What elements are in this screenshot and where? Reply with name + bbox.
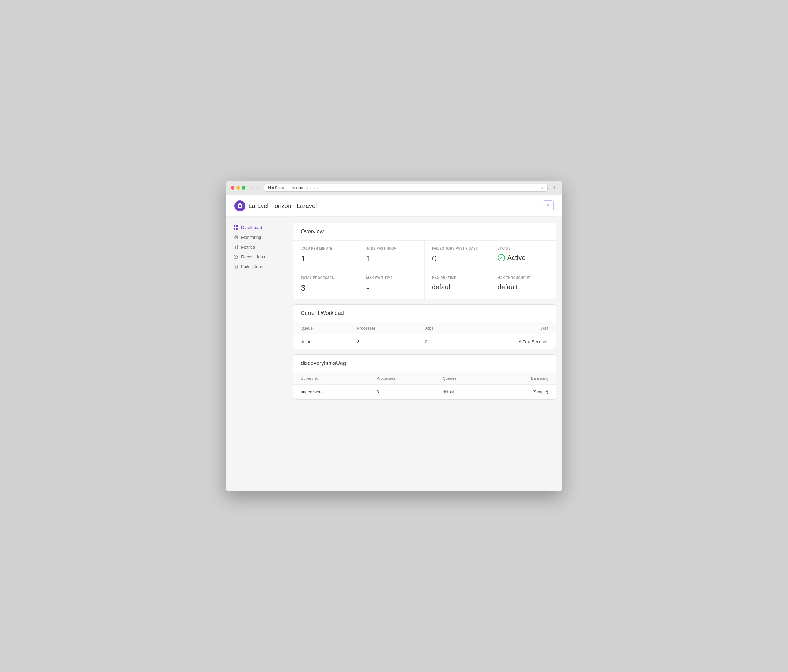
supervisor-header-row: Supervisor Processes Queues Balancing xyxy=(294,372,556,385)
status-label: STATUS xyxy=(497,247,549,250)
supervisor-table-header: Supervisor Processes Queues Balancing xyxy=(294,372,556,385)
row-queue: default xyxy=(294,334,350,349)
col-supervisor: Supervisor xyxy=(294,372,369,385)
failed-jobs-label: FAILED JOBS PAST 7 DAYS xyxy=(432,247,483,250)
col-wait: Wait xyxy=(465,322,556,334)
svg-rect-1 xyxy=(236,225,238,227)
supervisor-table-container: Supervisor Processes Queues Balancing su… xyxy=(294,372,556,399)
app-logo: Laravel Horizon - Laravel xyxy=(234,200,317,211)
total-processes-value: 3 xyxy=(301,283,351,293)
failed-jobs-icon xyxy=(233,264,238,269)
svg-rect-7 xyxy=(235,246,236,249)
row-supervisor: supervisor-1 xyxy=(294,385,369,399)
dashboard-label: Dashboard xyxy=(241,225,262,230)
jobs-past-hour-label: JOBS PAST HOUR xyxy=(367,247,417,250)
sidebar-item-failed-jobs[interactable]: Failed Jobs xyxy=(226,262,287,271)
url-text: Not Secure — horizon-app.test xyxy=(268,186,318,190)
row-wait: A Few Seconds xyxy=(465,334,556,349)
close-button[interactable] xyxy=(231,186,234,190)
row-sup-processes: 3 xyxy=(369,385,435,399)
traffic-lights xyxy=(231,186,245,190)
sidebar: Dashboard Monitoring xyxy=(226,217,287,491)
max-throughput-value: default xyxy=(497,283,549,291)
max-throughput-label: MAX THROUGHPUT xyxy=(497,276,549,279)
metrics-label: Metrics xyxy=(241,245,255,250)
row-processes: 3 xyxy=(350,334,418,349)
sidebar-item-recent-jobs[interactable]: Recent Jobs xyxy=(226,252,287,262)
max-throughput-cell: MAX THROUGHPUT default xyxy=(490,270,556,299)
col-queues: Queues xyxy=(435,372,492,385)
status-cell: STATUS ✓ Active xyxy=(490,241,556,270)
app-container: Laravel Horizon - Laravel ⟳ xyxy=(226,195,562,491)
sidebar-item-dashboard[interactable]: Dashboard xyxy=(226,223,287,233)
max-wait-time-cell: MAX WAIT TIME - xyxy=(359,270,425,299)
max-runtime-label: MAX RUNTIME xyxy=(432,276,483,279)
max-runtime-cell: MAX RUNTIME default xyxy=(424,270,490,299)
supervisor-card: discoverylan-sUeg Supervisor Processes Q… xyxy=(293,354,556,399)
failed-jobs-cell: FAILED JOBS PAST 7 DAYS 0 xyxy=(424,241,490,270)
recent-jobs-icon xyxy=(233,254,238,259)
reload-icon[interactable]: ↻ xyxy=(541,186,544,190)
overview-stats-row1: JOBS PER MINUTE 1 JOBS PAST HOUR 1 FAILE… xyxy=(294,241,556,270)
max-wait-time-value: - xyxy=(367,283,417,293)
jobs-per-minute-value: 1 xyxy=(301,254,351,264)
workload-table-header: Queue Processes Jobs Wait xyxy=(294,322,556,334)
workload-table-container: Queue Processes Jobs Wait default 3 xyxy=(294,322,556,349)
row-queues: default xyxy=(435,385,492,399)
overview-title: Overview xyxy=(294,223,556,241)
row-balancing: (Simple) xyxy=(492,385,556,399)
header-refresh-button[interactable]: ⟳ xyxy=(543,200,554,211)
svg-rect-0 xyxy=(234,225,235,227)
metrics-icon xyxy=(233,245,238,250)
workload-title: Current Workload xyxy=(294,304,556,322)
col-sup-processes: Processes xyxy=(369,372,435,385)
status-text: Active xyxy=(507,254,526,262)
sidebar-item-metrics[interactable]: Metrics xyxy=(226,242,287,252)
col-queue: Queue xyxy=(294,322,350,334)
supervisor-table: Supervisor Processes Queues Balancing su… xyxy=(294,372,556,399)
supervisor-table-body: supervisor-1 3 default (Simple) xyxy=(294,385,556,399)
jobs-per-minute-label: JOBS PER MINUTE xyxy=(301,247,351,250)
supervisor-title: discoverylan-sUeg xyxy=(294,355,556,372)
maximize-button[interactable] xyxy=(242,186,245,190)
recent-jobs-label: Recent Jobs xyxy=(241,254,265,259)
overview-card: Overview JOBS PER MINUTE 1 JOBS PAST HOU… xyxy=(293,223,556,300)
back-button[interactable]: ‹ xyxy=(249,185,254,191)
table-row: default 3 0 A Few Seconds xyxy=(294,334,556,349)
app-header: Laravel Horizon - Laravel ⟳ xyxy=(226,195,562,217)
workload-card: Current Workload Queue Processes Jobs Wa… xyxy=(293,304,556,349)
browser-window: ‹ › Not Secure — horizon-app.test ↻ + La… xyxy=(226,181,562,491)
address-bar[interactable]: Not Secure — horizon-app.test ↻ xyxy=(264,184,548,192)
forward-button[interactable]: › xyxy=(256,185,261,191)
max-wait-time-label: MAX WAIT TIME xyxy=(367,276,417,279)
svg-rect-6 xyxy=(234,247,234,249)
failed-jobs-label: Failed Jobs xyxy=(241,264,263,269)
jobs-past-hour-cell: JOBS PAST HOUR 1 xyxy=(359,241,425,270)
status-check-icon: ✓ xyxy=(497,254,505,262)
overview-stats-row2: TOTAL PROCESSES 3 MAX WAIT TIME - MAX RU… xyxy=(294,270,556,299)
sidebar-item-monitoring[interactable]: Monitoring xyxy=(226,233,287,242)
app-title: Laravel Horizon - Laravel xyxy=(248,203,317,209)
main-content: Overview JOBS PER MINUTE 1 JOBS PAST HOU… xyxy=(287,217,562,491)
status-active: ✓ Active xyxy=(497,254,549,262)
workload-table: Queue Processes Jobs Wait default 3 xyxy=(294,322,556,349)
svg-point-5 xyxy=(234,236,237,239)
horizon-svg-icon xyxy=(237,203,243,209)
max-runtime-value: default xyxy=(432,283,483,291)
svg-rect-8 xyxy=(237,245,237,249)
minimize-button[interactable] xyxy=(236,186,240,190)
svg-rect-2 xyxy=(234,228,235,230)
col-balancing: Balancing xyxy=(492,372,556,385)
jobs-per-minute-cell: JOBS PER MINUTE 1 xyxy=(294,241,359,270)
logo-icon xyxy=(234,200,245,211)
jobs-past-hour-value: 1 xyxy=(367,254,417,264)
status-value: ✓ Active xyxy=(497,254,549,262)
new-tab-button[interactable]: + xyxy=(551,185,557,191)
col-jobs: Jobs xyxy=(418,322,465,334)
row-jobs: 0 xyxy=(418,334,465,349)
total-processes-label: TOTAL PROCESSES xyxy=(301,276,351,279)
monitoring-label: Monitoring xyxy=(241,235,261,240)
dashboard-icon xyxy=(233,225,238,230)
table-row: supervisor-1 3 default (Simple) xyxy=(294,385,556,399)
app-body: Dashboard Monitoring xyxy=(226,217,562,491)
